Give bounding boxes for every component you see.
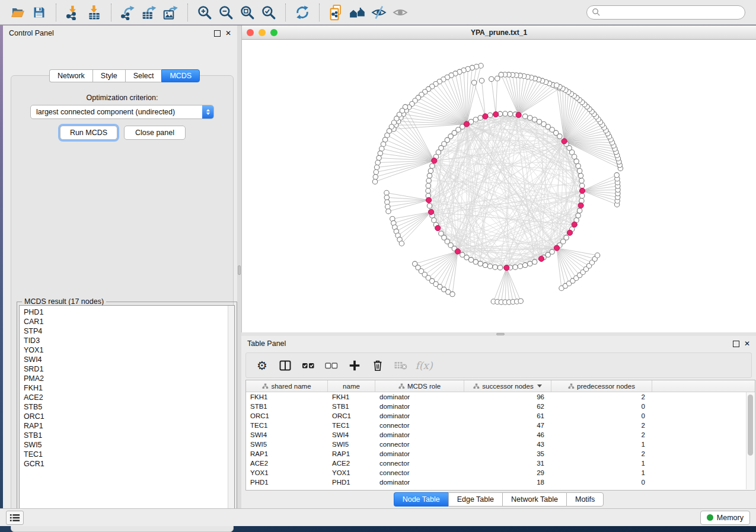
table-cell: YOX1 (328, 469, 375, 476)
apply-preferred-layout-icon[interactable] (292, 3, 313, 22)
import-network-icon[interactable] (62, 3, 84, 22)
network-graph[interactable] (242, 40, 755, 332)
table-row[interactable]: PHD1PHD1dominator180 (246, 477, 755, 487)
table-scrollbar[interactable] (746, 392, 754, 489)
zoom-in-icon[interactable] (194, 3, 215, 22)
tab-style[interactable]: Style (92, 69, 125, 82)
table-cell: 1 (551, 460, 652, 467)
mcds-result-item[interactable]: PMA2 (24, 374, 228, 383)
table-row[interactable]: RAP1RAP1dominator352 (246, 449, 755, 459)
tab-select[interactable]: Select (125, 69, 162, 82)
column-header-mcds-role[interactable]: MCDS role (375, 380, 464, 392)
mcds-result-item[interactable]: STB1 (24, 431, 228, 440)
mcds-result-item[interactable]: ORC1 (24, 412, 228, 421)
export-network-icon[interactable] (117, 3, 139, 22)
float-window-icon[interactable] (733, 341, 739, 347)
table-cell: 2 (551, 393, 652, 400)
close-panel-button[interactable]: Close panel (124, 126, 186, 140)
table-cell: dominator (375, 403, 464, 410)
zoom-out-icon[interactable] (215, 3, 237, 22)
mcds-result-item[interactable]: SRD1 (24, 364, 228, 374)
delete-column-icon[interactable] (369, 357, 387, 374)
tab-edge-table[interactable]: Edge Table (448, 492, 502, 507)
network-canvas[interactable] (242, 40, 755, 332)
tab-network[interactable]: Network (49, 69, 92, 82)
table-scrollbar-thumb[interactable] (748, 395, 753, 456)
mcds-result-item[interactable]: STP4 (24, 326, 228, 336)
mcds-result-item[interactable]: FKH1 (24, 383, 228, 393)
mcds-result-item[interactable]: YOX1 (24, 345, 228, 355)
control-panel: Control Panel ✕ Optimization criterion: … (3, 25, 237, 508)
select-all-rows-icon[interactable] (299, 357, 317, 374)
export-table-icon[interactable] (139, 3, 160, 22)
table-cell: connector (375, 460, 464, 467)
status-bar: Memory (0, 508, 756, 526)
vertical-splitter[interactable] (237, 25, 241, 508)
table-cell: ACE2 (246, 460, 328, 467)
add-column-icon[interactable] (346, 357, 363, 374)
network-window-titlebar[interactable]: YPA_prune.txt_1 (242, 25, 756, 40)
table-cell: 43 (464, 441, 551, 448)
mcds-result-item[interactable]: TEC1 (24, 450, 228, 459)
table-row[interactable]: SWI4SWI4dominator462 (246, 430, 755, 440)
import-table-icon[interactable] (84, 3, 105, 22)
table-cell: TEC1 (328, 422, 375, 429)
hide-selected-icon[interactable] (368, 3, 390, 22)
tab-mcds[interactable]: MCDS (161, 69, 200, 82)
table-cell: TEC1 (246, 422, 328, 429)
mcds-result-item[interactable]: ACE2 (24, 393, 228, 402)
memory-label: Memory (717, 514, 744, 522)
tab-node-table[interactable]: Node Table (394, 492, 448, 507)
tab-network-table[interactable]: Network Table (502, 492, 566, 507)
zoom-fit-icon[interactable] (237, 3, 258, 22)
column-header-successor-nodes[interactable]: successor nodes (464, 380, 551, 392)
splitter-grip[interactable] (238, 265, 241, 275)
mcds-result-item[interactable]: RAP1 (24, 421, 228, 431)
table-cell: connector (375, 469, 464, 476)
mcds-result-item[interactable]: GCR1 (24, 459, 228, 469)
table-row[interactable]: FKH1FKH1dominator962 (246, 392, 755, 402)
table-row[interactable]: ORC1ORC1dominator610 (246, 411, 755, 421)
memory-button[interactable]: Memory (700, 511, 750, 525)
mcds-result-item[interactable]: SWI4 (24, 355, 228, 364)
search-input[interactable] (601, 8, 733, 17)
show-all-icon[interactable] (390, 3, 411, 22)
mcds-result-item[interactable]: TID3 (24, 336, 228, 345)
splitter-grip[interactable] (496, 333, 505, 335)
tab-motifs[interactable]: Motifs (566, 492, 604, 507)
criterion-dropdown[interactable]: largest connected component (undirected) (30, 105, 214, 119)
table-row[interactable]: STB1STB1dominator620 (246, 402, 755, 411)
float-window-icon[interactable] (214, 30, 221, 37)
task-history-button[interactable] (6, 511, 24, 525)
run-mcds-button[interactable]: Run MCDS (60, 126, 117, 140)
mcds-list-scrollbar[interactable] (228, 306, 234, 520)
mcds-result-item[interactable]: SWI5 (24, 440, 228, 450)
column-header-predecessor-nodes[interactable]: predecessor nodes (551, 380, 652, 392)
zoom-selected-icon[interactable] (258, 3, 279, 22)
open-session-icon[interactable] (7, 3, 28, 22)
mcds-result-item[interactable]: PHD1 (24, 307, 228, 317)
close-panel-icon[interactable]: ✕ (225, 30, 231, 37)
table-cell: SWI4 (246, 431, 328, 438)
table-row[interactable]: ACE2ACE2connector311 (246, 459, 755, 468)
table-row[interactable]: SWI5SWI5connector431 (246, 440, 755, 449)
column-header-name[interactable]: name (328, 380, 375, 392)
column-header-shared-name[interactable]: shared name (246, 380, 328, 392)
mcds-result-item[interactable]: STB5 (24, 402, 228, 412)
table-settings-icon[interactable]: ⚙ (253, 357, 271, 374)
close-panel-icon[interactable]: ✕ (744, 340, 750, 347)
deselect-all-rows-icon[interactable] (323, 357, 340, 374)
show-columns-icon[interactable] (276, 357, 294, 374)
network-search-input[interactable] (586, 5, 745, 20)
table-cell: dominator (375, 450, 464, 457)
save-session-icon[interactable] (28, 3, 50, 22)
control-panel-tabs: Network Style Select MCDS (49, 69, 200, 82)
export-image-icon[interactable] (160, 3, 181, 22)
table-cell: SWI5 (328, 441, 375, 448)
new-network-from-selection-icon[interactable] (326, 3, 347, 22)
mcds-result-item[interactable]: CAR1 (24, 317, 228, 326)
table-cell: 2 (551, 450, 652, 457)
first-neighbors-icon[interactable] (347, 3, 368, 22)
table-row[interactable]: TEC1TEC1connector472 (246, 421, 755, 430)
table-row[interactable]: YOX1YOX1connector291 (246, 468, 755, 477)
